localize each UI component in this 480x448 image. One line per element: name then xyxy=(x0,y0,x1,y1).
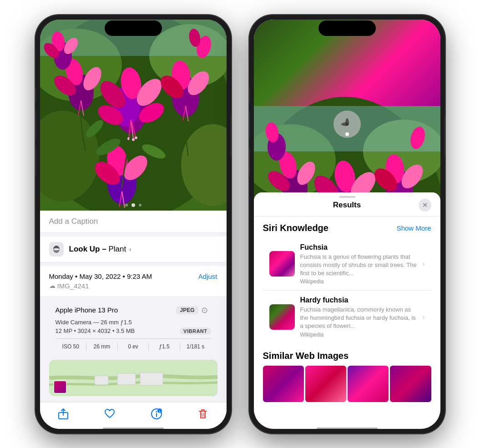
right-mute-button xyxy=(249,88,250,102)
favorite-button[interactable] xyxy=(104,408,116,420)
hardy-fuchsia-thumbnail xyxy=(269,304,295,330)
similar-image-2[interactable] xyxy=(305,366,346,402)
photo-toolbar: i xyxy=(40,402,227,429)
caption-placeholder[interactable]: Add a Caption xyxy=(49,217,98,226)
dynamic-island xyxy=(105,20,162,36)
left-phone-screen: Add a Caption Look Up – Plant › Monday •… xyxy=(40,20,227,429)
lookup-label: Look Up – Plant › xyxy=(69,245,131,254)
svg-point-49 xyxy=(125,204,128,206)
results-panel: Results ✕ Siri Knowledge Show More Fuch xyxy=(254,192,440,429)
lookup-icon xyxy=(49,242,64,257)
flower-photo xyxy=(40,20,227,211)
fuchsia-thumbnail xyxy=(269,251,295,277)
fuchsia-source: Wikipedia xyxy=(300,278,417,285)
similar-images-title: Similar Web Images xyxy=(263,351,349,361)
cloud-icon: ☁ xyxy=(49,282,56,289)
exif-shutter: 1/181 s xyxy=(180,342,211,351)
hardy-fuchsia-chevron: › xyxy=(422,313,424,321)
hardy-fuchsia-name: Hardy fuchsia xyxy=(300,296,417,304)
right-phone: Results ✕ Siri Knowledge Show More Fuch xyxy=(249,15,445,433)
svg-point-56 xyxy=(156,411,157,412)
right-power-button xyxy=(445,115,445,156)
photo-info-panel: Add a Caption Look Up – Plant › Monday •… xyxy=(40,211,227,429)
metadata-section: Monday • May 30, 2022 • 9:23 AM Adjust ☁… xyxy=(40,266,227,296)
similar-image-3[interactable] xyxy=(348,366,389,402)
caption-section: Add a Caption xyxy=(40,211,227,233)
siri-knowledge-section: Siri Knowledge Show More Fuchsia Fuchsia… xyxy=(254,216,440,343)
adjust-button[interactable]: Adjust xyxy=(198,272,217,280)
lookup-row[interactable]: Look Up – Plant › xyxy=(40,237,227,262)
hardy-fuchsia-description: Fuchsia magellanica, commonly known as t… xyxy=(300,306,417,331)
svg-rect-52 xyxy=(95,376,108,385)
svg-rect-51 xyxy=(117,373,136,385)
right-volume-down-button xyxy=(249,147,250,176)
fuchsia-item[interactable]: Fuchsia Fuchsia is a genus of flowering … xyxy=(263,238,431,291)
similar-image-1[interactable] xyxy=(263,366,304,402)
siri-knowledge-title: Siri Knowledge xyxy=(263,223,328,233)
svg-point-86 xyxy=(346,123,349,126)
exif-focal: 26 mm xyxy=(86,342,118,351)
info-button[interactable]: i xyxy=(151,408,162,420)
fuchsia-content: Fuchsia Fuchsia is a genus of flowering … xyxy=(300,243,417,285)
fuchsia-name: Fuchsia xyxy=(300,243,417,252)
svg-rect-53 xyxy=(140,372,163,385)
file-info: ☁ IMG_4241 xyxy=(49,282,217,290)
share-button[interactable] xyxy=(57,408,69,420)
close-button[interactable]: ✕ xyxy=(419,199,431,211)
camera-settings-icon[interactable]: ⊙ xyxy=(201,305,211,315)
svg-point-19 xyxy=(135,136,137,139)
exif-ev: 0 ev xyxy=(118,342,149,351)
results-title: Results xyxy=(276,201,419,210)
filename: IMG_4241 xyxy=(57,282,89,290)
location-map[interactable] xyxy=(49,360,217,396)
delete-button[interactable] xyxy=(197,408,209,420)
vi-dot xyxy=(345,132,349,136)
fuchsia-description: Fuchsia is a genus of flowering plants t… xyxy=(300,253,417,278)
volume-up-button xyxy=(35,111,36,140)
photo-date: Monday • May 30, 2022 • 9:23 AM xyxy=(49,272,152,280)
svg-point-47 xyxy=(131,203,135,207)
similar-images-grid xyxy=(263,366,431,402)
exif-iso: ISO 50 xyxy=(56,342,87,351)
volume-down-button xyxy=(35,147,36,176)
right-phone-screen: Results ✕ Siri Knowledge Show More Fuch xyxy=(254,20,440,429)
svg-text:i: i xyxy=(159,409,160,413)
show-more-button[interactable]: Show More xyxy=(397,224,431,232)
similar-images-section: Similar Web Images xyxy=(254,344,440,402)
exif-row: ISO 50 26 mm 0 ev ƒ1.5 1/181 s xyxy=(56,338,211,351)
home-indicator xyxy=(103,428,164,430)
power-button xyxy=(231,115,231,156)
svg-point-48 xyxy=(139,204,141,206)
right-volume-up-button xyxy=(249,111,250,140)
camera-model: Apple iPhone 13 Pro xyxy=(56,306,118,314)
hardy-fuchsia-content: Hardy fuchsia Fuchsia magellanica, commo… xyxy=(300,296,417,338)
right-dynamic-island xyxy=(318,20,376,36)
drag-handle xyxy=(339,196,355,198)
similar-image-4[interactable] xyxy=(390,366,431,402)
knowledge-card: Fuchsia Fuchsia is a genus of flowering … xyxy=(263,238,431,343)
jpeg-badge: JPEG xyxy=(176,306,198,314)
camera-section: Apple iPhone 13 Pro JPEG ⊙ Wide Camera —… xyxy=(49,300,217,356)
hardy-fuchsia-source: Wikipedia xyxy=(300,332,417,338)
right-home-indicator xyxy=(317,428,378,430)
camera-lens: Wide Camera — 26 mm ƒ1.5 xyxy=(56,319,211,326)
mute-button xyxy=(35,88,36,102)
svg-point-18 xyxy=(132,138,135,141)
camera-resolution: 12 MP • 3024 × 4032 • 3.5 MB xyxy=(56,327,135,334)
vibrant-badge: VIBRANT xyxy=(180,327,211,335)
fuchsia-chevron: › xyxy=(422,260,424,268)
left-phone: Add a Caption Look Up – Plant › Monday •… xyxy=(35,15,231,433)
exif-aperture: ƒ1.5 xyxy=(149,342,180,351)
hardy-fuchsia-item[interactable]: Hardy fuchsia Fuchsia magellanica, commo… xyxy=(263,291,431,343)
